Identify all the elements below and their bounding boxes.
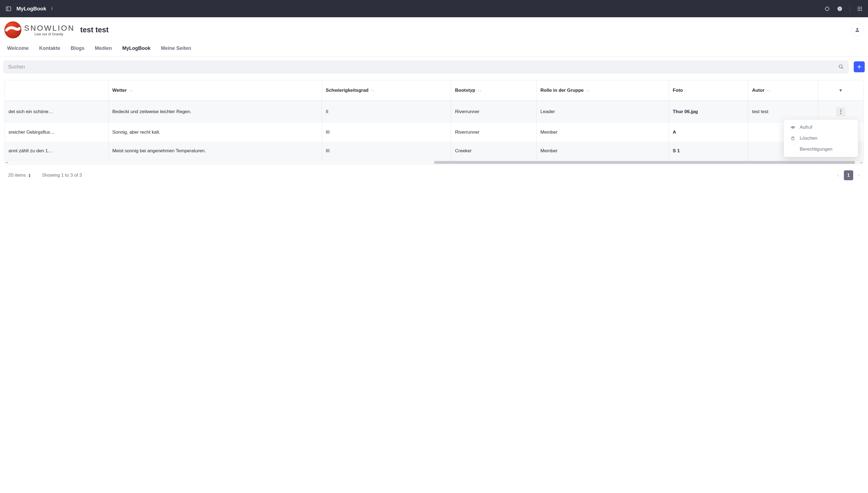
table-row[interactable]: annt zählt zu den 1… Meist sonnig bei an… [5, 142, 863, 160]
page-prev-button[interactable]: ‹ [837, 173, 839, 178]
svg-point-26 [792, 127, 794, 128]
svg-text:i: i [839, 7, 840, 11]
topbar-right: i [824, 5, 863, 12]
col-actions[interactable]: ▾ [818, 80, 863, 101]
svg-point-23 [840, 109, 842, 110]
col-bootstyp[interactable]: Bootstyp↑↓ [451, 80, 537, 101]
page-title: test test [80, 26, 108, 34]
nav-mylogbook[interactable]: MyLogBook [122, 45, 150, 51]
svg-rect-17 [861, 10, 862, 11]
row-context-menu: Aufruf Löschen Berechtigungen [784, 120, 858, 157]
target-icon[interactable] [824, 6, 830, 12]
topbar: MyLogBook i i [0, 0, 868, 17]
table-row[interactable]: sreicher Gebirgsflus… Sonnig, aber recht… [5, 123, 863, 142]
apps-grid-icon[interactable] [857, 6, 863, 12]
cell-rolle: Member [537, 123, 669, 142]
table-footer: 20 items ▲▼ Showing 1 to 3 of 3 ‹ 1 › [0, 164, 868, 186]
svg-line-20 [842, 68, 843, 69]
cell-bootstyp: Riverrunner [451, 101, 537, 123]
info-solid-icon[interactable]: i [837, 6, 843, 12]
col-rolle[interactable]: Rolle in der Gruppe↑↓ [537, 80, 669, 101]
logo-text: SNOWLION Live out of Gravity [24, 24, 75, 36]
svg-point-24 [840, 111, 842, 112]
items-per-page-select[interactable]: 20 items ▲▼ [8, 173, 31, 178]
cell-wetter: Sonnig, aber recht kalt. [108, 123, 322, 142]
svg-rect-13 [859, 8, 860, 9]
nav-medien[interactable]: Medien [95, 45, 112, 51]
main-nav: Welcome Kontakte Blogs Medien MyLogBook … [0, 41, 868, 57]
svg-rect-16 [859, 10, 860, 11]
scroll-right-icon[interactable]: ▸ [860, 161, 863, 164]
data-table: Wetter↑↓ Schwierigkeitsgrad↑↓ Bootstyp↑↓… [4, 80, 864, 164]
ctx-view-label: Aufruf [800, 125, 812, 130]
horizontal-scrollbar[interactable]: ◂ ▸ [5, 160, 863, 164]
svg-rect-9 [858, 6, 859, 7]
cell-rolle: Leader [537, 101, 669, 123]
table-row[interactable]: det sich ein schöne… Bedeckt und zeitwei… [5, 101, 863, 123]
cell-foto[interactable]: S 1 [669, 142, 748, 160]
user-avatar-button[interactable] [851, 24, 864, 36]
col-bootstyp-label: Bootstyp [455, 88, 475, 93]
info-icon[interactable]: i [51, 6, 53, 12]
col-autor[interactable]: Autor↑↓ [748, 80, 819, 101]
cell-desc: sreicher Gebirgsflus… [5, 123, 108, 142]
ctx-delete[interactable]: Löschen [784, 133, 858, 144]
cell-rolle: Member [537, 142, 669, 160]
svg-rect-12 [858, 8, 859, 9]
showing-label: Showing 1 to 3 of 3 [42, 173, 82, 178]
nav-blogs[interactable]: Blogs [71, 45, 84, 51]
svg-rect-15 [858, 10, 859, 11]
nav-kontakte[interactable]: Kontakte [39, 45, 60, 51]
ctx-permissions[interactable]: Berechtigungen [784, 144, 858, 155]
col-wetter[interactable]: Wetter↑↓ [108, 80, 322, 101]
chevron-down-icon: ▾ [840, 88, 842, 93]
svg-point-25 [840, 113, 842, 114]
cell-wetter: Bedeckt und zeitweise leichter Regen. [108, 101, 322, 123]
eye-icon [790, 125, 795, 130]
col-autor-label: Autor [752, 88, 764, 93]
sort-icon: ↑↓ [371, 88, 375, 92]
col-schwierigkeit-label: Schwierigkeitsgrad [326, 88, 369, 93]
topbar-title: MyLogBook [17, 6, 46, 12]
cell-bootstyp: Creeker [451, 142, 537, 160]
ctx-delete-label: Löschen [800, 135, 817, 141]
col-wetter-label: Wetter [113, 88, 127, 93]
topbar-left: MyLogBook i [5, 6, 53, 12]
brand-left: SNOWLION Live out of Gravity test test [4, 21, 108, 38]
logo[interactable]: SNOWLION Live out of Gravity [4, 21, 75, 38]
col-rolle-label: Rolle in der Gruppe [541, 88, 584, 93]
scroll-thumb[interactable] [434, 161, 855, 164]
cell-wetter: Meist sonnig bei angenehmen Temperaturen… [108, 142, 322, 160]
ctx-permissions-label: Berechtigungen [800, 147, 832, 152]
col-foto[interactable]: Foto [669, 80, 748, 101]
svg-rect-0 [6, 6, 11, 11]
brand-tagline: Live out of Gravity [35, 32, 75, 36]
footer-left: 20 items ▲▼ Showing 1 to 3 of 3 [8, 173, 82, 178]
nav-meine-seiten[interactable]: Meine Seiten [161, 45, 191, 51]
panel-toggle-icon[interactable] [5, 6, 12, 12]
svg-rect-14 [861, 8, 862, 9]
svg-rect-11 [861, 6, 862, 7]
page-next-button[interactable]: › [858, 173, 860, 178]
scroll-left-icon[interactable]: ◂ [5, 161, 8, 164]
nav-welcome[interactable]: Welcome [7, 45, 29, 51]
search-input[interactable] [8, 64, 839, 70]
logo-disc-icon [4, 21, 21, 38]
add-button[interactable] [854, 61, 865, 72]
search-icon[interactable] [839, 64, 844, 69]
cell-foto[interactable]: Thur 06.jpg [669, 101, 748, 123]
search-box[interactable] [3, 60, 849, 73]
ctx-view[interactable]: Aufruf [784, 122, 858, 133]
row-actions-button[interactable] [836, 107, 846, 116]
sort-icon: ↑↓ [129, 88, 133, 92]
footer-right: ‹ 1 › [837, 170, 860, 180]
svg-point-2 [825, 7, 829, 10]
col-schwierigkeitsgrad[interactable]: Schwierigkeitsgrad↑↓ [322, 80, 451, 101]
page-current[interactable]: 1 [844, 170, 853, 180]
col-blank[interactable] [5, 80, 108, 101]
cell-schwierigkeit: III [322, 142, 451, 160]
sort-icon: ↑↓ [478, 88, 481, 92]
table-header-row: Wetter↑↓ Schwierigkeitsgrad↑↓ Bootstyp↑↓… [5, 80, 863, 101]
svg-rect-27 [792, 137, 794, 140]
cell-foto[interactable]: A [669, 123, 748, 142]
